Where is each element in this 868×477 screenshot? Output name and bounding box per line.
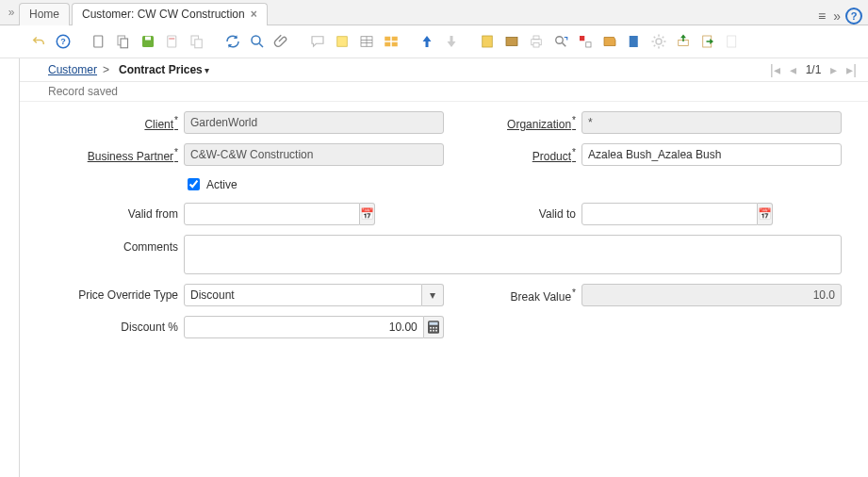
status-message: Record saved — [20, 82, 868, 102]
discount-field[interactable] — [184, 316, 424, 338]
chevron-down-icon[interactable]: ▾ — [422, 284, 444, 306]
menu-icon[interactable]: ≡ — [818, 8, 826, 24]
svg-point-43 — [435, 330, 437, 332]
svg-rect-18 — [385, 37, 390, 41]
save-new-icon[interactable] — [187, 31, 207, 52]
archive-icon[interactable] — [501, 31, 522, 52]
active-checkbox[interactable] — [188, 178, 200, 190]
chat-icon[interactable] — [307, 31, 328, 52]
breadcrumb-current[interactable]: Contract Prices — [119, 63, 203, 76]
svg-rect-7 — [168, 36, 176, 47]
business-partner-field: C&W-C&W Construction — [184, 143, 444, 166]
svg-text:?: ? — [60, 37, 66, 46]
svg-point-42 — [433, 330, 434, 332]
product-field[interactable] — [581, 143, 842, 166]
help-circle-icon[interactable]: ? — [53, 31, 74, 52]
svg-rect-25 — [533, 36, 539, 40]
dropdown-icon[interactable]: ▾ — [205, 65, 209, 75]
svg-point-11 — [252, 36, 260, 44]
tab-home-label: Home — [29, 8, 59, 21]
search-icon[interactable] — [247, 31, 268, 52]
svg-rect-29 — [580, 36, 584, 41]
svg-line-28 — [563, 43, 566, 47]
svg-point-38 — [430, 327, 432, 329]
price-override-type-label: Price Override Type — [46, 288, 184, 302]
save-icon[interactable] — [138, 31, 158, 52]
svg-point-27 — [556, 37, 564, 44]
business-partner-label[interactable]: Business Partner* — [46, 147, 184, 163]
csv-import-icon[interactable] — [722, 31, 743, 52]
prev-record-icon[interactable]: ◂ — [790, 62, 796, 77]
undo-icon[interactable] — [28, 31, 49, 52]
expand-left-icon[interactable]: » — [4, 6, 19, 19]
active-workflow-icon[interactable] — [575, 31, 596, 52]
svg-rect-6 — [145, 37, 151, 41]
tabstrip: » Home Customer: CW CW Construction × ≡ … — [0, 0, 868, 25]
calendar-icon[interactable]: 📅 — [360, 203, 375, 225]
last-record-icon[interactable]: ▸| — [846, 62, 857, 77]
client-label[interactable]: Client* — [46, 115, 184, 131]
tab-customer-label: Customer: CW CW Construction — [82, 8, 245, 21]
comments-field[interactable] — [184, 235, 842, 274]
request-icon[interactable] — [599, 31, 620, 52]
svg-rect-31 — [630, 36, 638, 47]
delete-icon[interactable] — [162, 31, 183, 52]
print-icon[interactable] — [526, 31, 547, 52]
calculator-icon[interactable] — [424, 316, 444, 338]
breadcrumb-customer[interactable]: Customer — [48, 63, 97, 76]
next-record-icon[interactable]: ▸ — [830, 62, 837, 77]
parent-record-icon[interactable] — [417, 31, 437, 52]
svg-rect-13 — [337, 37, 348, 47]
product-info-icon[interactable] — [624, 31, 645, 52]
svg-rect-21 — [392, 42, 398, 47]
svg-rect-4 — [121, 39, 128, 48]
svg-rect-35 — [728, 36, 736, 47]
svg-point-39 — [433, 327, 434, 329]
price-override-type-field[interactable]: Discount — [184, 284, 422, 306]
svg-point-40 — [435, 327, 437, 329]
record-nav: |◂ ◂ 1/1 ▸ ▸| — [770, 62, 857, 77]
refresh-icon[interactable] — [222, 31, 243, 52]
active-label: Active — [206, 178, 237, 191]
note-icon[interactable] — [332, 31, 352, 52]
valid-to-label: Valid to — [444, 207, 581, 221]
tab-customer[interactable]: Customer: CW CW Construction × — [72, 3, 268, 25]
svg-rect-22 — [483, 36, 493, 47]
product-label[interactable]: Product* — [444, 147, 581, 163]
svg-point-32 — [656, 39, 662, 44]
report-icon[interactable] — [477, 31, 498, 52]
svg-rect-30 — [586, 42, 591, 47]
tab-home[interactable]: Home — [19, 3, 70, 25]
valid-to-field[interactable] — [581, 203, 758, 225]
export-icon[interactable] — [673, 31, 694, 52]
grid-icon[interactable] — [356, 31, 377, 52]
breadcrumb-sep: > — [103, 63, 109, 76]
calendar-icon[interactable]: 📅 — [758, 203, 773, 225]
close-icon[interactable]: × — [251, 8, 257, 21]
break-value-field: 10.0 — [581, 284, 842, 306]
svg-rect-26 — [533, 43, 539, 48]
gear-icon[interactable] — [648, 31, 669, 52]
svg-rect-20 — [385, 42, 390, 47]
import-icon[interactable] — [697, 31, 718, 52]
chevrons-down-icon[interactable]: » — [833, 8, 838, 24]
break-value-label: Break Value* — [444, 288, 581, 304]
first-record-icon[interactable]: |◂ — [770, 62, 780, 77]
detail-record-icon[interactable] — [441, 31, 462, 52]
record-counter: 1/1 — [806, 63, 822, 76]
organization-label[interactable]: Organization* — [444, 115, 581, 131]
svg-rect-23 — [506, 38, 517, 46]
new-record-icon[interactable] — [89, 31, 109, 52]
help-icon[interactable]: ? — [845, 8, 862, 25]
copy-record-icon[interactable] — [113, 31, 134, 52]
client-field: GardenWorld — [184, 111, 444, 134]
svg-point-41 — [430, 330, 432, 332]
zoom-across-icon[interactable] — [550, 31, 571, 52]
attachment-icon[interactable] — [271, 31, 292, 52]
content-area: Customer > Contract Prices ▾ |◂ ◂ 1/1 ▸ … — [19, 58, 868, 477]
form: Client* GardenWorld Organization* * Busi… — [20, 102, 868, 338]
valid-from-field[interactable] — [184, 203, 360, 225]
multi-icon[interactable] — [381, 31, 401, 52]
breadcrumb-row: Customer > Contract Prices ▾ |◂ ◂ 1/1 ▸ … — [20, 58, 868, 82]
svg-rect-19 — [392, 37, 398, 41]
